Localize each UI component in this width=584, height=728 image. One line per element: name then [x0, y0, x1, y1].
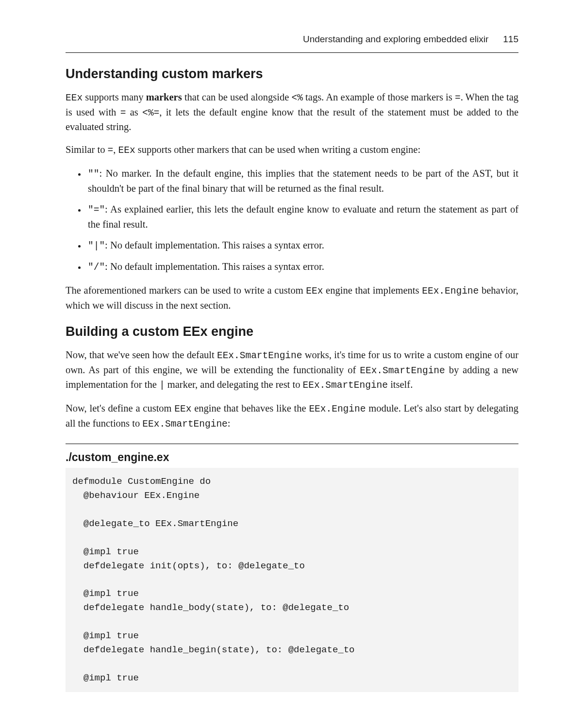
inline-code: "" — [88, 169, 99, 180]
list-item: "=": As explained earlier, this lets the… — [86, 202, 518, 232]
inline-code: EEx — [118, 145, 135, 156]
list-item: "|": No default implementation. This rai… — [86, 238, 518, 253]
inline-code: "|" — [88, 241, 105, 251]
paragraph: Now, let's define a custom EEx engine th… — [66, 401, 518, 431]
inline-code: "/" — [88, 262, 105, 273]
running-header-page-number: 115 — [503, 34, 518, 45]
inline-code: EEx.Engine — [309, 404, 366, 414]
inline-code: EEx — [66, 93, 83, 103]
inline-code: EEx.SmartEngine — [303, 380, 388, 391]
paragraph: Similar to =, EEx supports other markers… — [66, 143, 518, 158]
section-heading-building: Building a custom EEx engine — [66, 324, 518, 339]
inline-code: EEx.SmartEngine — [360, 365, 445, 376]
inline-code: EEx.Engine — [422, 286, 479, 297]
inline-code: EEx — [174, 404, 191, 414]
code-block: defmodule CustomEngine do @behaviour EEx… — [66, 468, 518, 692]
running-header: Understanding and exploring embedded eli… — [66, 34, 518, 52]
page: Understanding and exploring embedded eli… — [0, 0, 584, 728]
paragraph: EEx supports many markers that can be us… — [66, 90, 518, 134]
inline-code: = — [108, 145, 114, 156]
paragraph: The aforementioned markers can be used t… — [66, 283, 518, 313]
inline-code: = — [455, 93, 461, 103]
inline-code: | — [159, 380, 165, 391]
paragraph: Now, that we've seen how the default EEx… — [66, 348, 518, 393]
list-item: "/": No default implementation. This rai… — [86, 260, 518, 275]
list-item: "": No marker. In the default engine, th… — [86, 166, 518, 196]
bold-term: markers — [146, 92, 182, 102]
running-header-title: Understanding and exploring embedded eli… — [303, 34, 488, 45]
code-filename: ./custom_engine.ex — [66, 444, 518, 464]
inline-code: <% — [292, 93, 303, 103]
inline-code: <%= — [142, 108, 159, 118]
inline-code: EEx.SmartEngine — [217, 350, 302, 361]
inline-code: = — [120, 108, 126, 118]
header-rule — [66, 52, 518, 53]
marker-list: "": No marker. In the default engine, th… — [66, 166, 518, 275]
inline-code: "=" — [88, 205, 105, 215]
section-heading-markers: Understanding custom markers — [66, 66, 518, 82]
inline-code: EEx — [306, 286, 323, 297]
inline-code: EEx.SmartEngine — [142, 419, 228, 430]
